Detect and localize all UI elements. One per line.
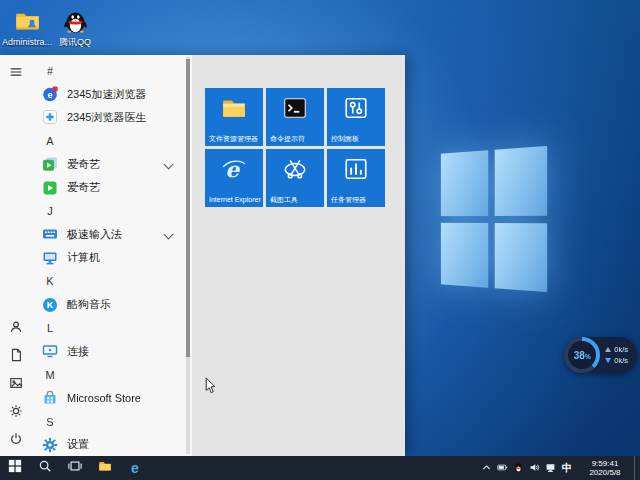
app-list-item-kugou-music[interactable]: K 酷狗音乐 bbox=[32, 293, 184, 316]
app-list-scrollbar[interactable] bbox=[186, 57, 190, 454]
network-speed-widget[interactable]: 38 % 0k/s 0k/s bbox=[564, 337, 637, 373]
app-list-item-2345-doctor[interactable]: 2345浏览器医生 bbox=[32, 106, 184, 129]
app-list-item-microsoft-store[interactable]: Microsoft Store bbox=[32, 386, 184, 409]
network-icon bbox=[545, 459, 556, 477]
start-menu-app-list: # e 2345加速浏览器 2345浏览器医生 A bbox=[32, 59, 184, 457]
battery-icon bbox=[497, 459, 508, 477]
kugou-music-icon: K bbox=[42, 297, 58, 313]
folder-icon bbox=[98, 459, 112, 477]
file-explorer-icon bbox=[221, 95, 247, 121]
2345-browser-icon: e bbox=[42, 86, 58, 102]
pictures-button[interactable] bbox=[0, 372, 32, 398]
desktop-icon-tencent-qq[interactable]: 腾讯QQ bbox=[51, 8, 99, 47]
tile-control-panel[interactable]: 控制面板 bbox=[327, 88, 385, 146]
start-menu-app-panel: # e 2345加速浏览器 2345浏览器医生 A bbox=[0, 55, 192, 456]
taskbar-file-explorer-button[interactable] bbox=[90, 456, 120, 480]
taskbar-edge-button[interactable]: e bbox=[120, 456, 150, 480]
app-list-item-2345-browser[interactable]: e 2345加速浏览器 bbox=[32, 82, 184, 105]
app-list-group-jisu-ime[interactable]: 极速输入法 bbox=[32, 223, 184, 246]
app-list-item-iqiyi[interactable]: 爱奇艺 bbox=[32, 176, 184, 199]
app-list-section-s[interactable]: S bbox=[32, 410, 184, 433]
app-list-section-j[interactable]: J bbox=[32, 199, 184, 222]
windows-logo-pane bbox=[441, 222, 488, 287]
chevron-up-icon bbox=[481, 459, 492, 477]
document-icon bbox=[9, 348, 23, 366]
keyboard-icon bbox=[42, 226, 58, 242]
app-list-section-a[interactable]: A bbox=[32, 129, 184, 152]
memory-usage-ring: 38 % bbox=[564, 337, 600, 373]
app-list-group-iqiyi[interactable]: 爱奇艺 bbox=[32, 153, 184, 176]
tray-battery-button[interactable] bbox=[494, 456, 510, 480]
edge-icon: e bbox=[131, 461, 139, 475]
tile-internet-explorer[interactable]: e Internet Explorer bbox=[205, 149, 263, 207]
task-manager-icon bbox=[343, 156, 369, 182]
task-view-button[interactable] bbox=[60, 456, 90, 480]
windows-logo-pane bbox=[494, 146, 547, 216]
input-method-indicator[interactable]: 中 bbox=[558, 461, 576, 475]
snipping-tool-icon bbox=[282, 156, 308, 182]
show-desktop-button[interactable] bbox=[634, 456, 640, 480]
gear-icon bbox=[9, 404, 23, 422]
start-button[interactable] bbox=[0, 456, 30, 480]
user-icon bbox=[9, 320, 23, 338]
power-button[interactable] bbox=[0, 428, 32, 454]
app-list-section-k[interactable]: K bbox=[32, 270, 184, 293]
power-icon bbox=[9, 432, 23, 450]
control-panel-icon bbox=[343, 95, 369, 121]
2345-doctor-icon bbox=[42, 109, 58, 125]
svg-text:e: e bbox=[47, 90, 52, 100]
settings-gear-icon bbox=[42, 437, 58, 453]
app-list-item-computer[interactable]: 计算机 bbox=[32, 246, 184, 269]
user-account-button[interactable] bbox=[0, 316, 32, 342]
chevron-down-icon bbox=[164, 229, 174, 239]
network-rates: 0k/s 0k/s bbox=[605, 346, 628, 365]
documents-button[interactable] bbox=[0, 344, 32, 370]
start-menu: # e 2345加速浏览器 2345浏览器医生 A bbox=[0, 55, 405, 456]
start-menu-rail bbox=[0, 55, 32, 456]
windows-logo-pane bbox=[494, 223, 547, 293]
tray-network-button[interactable] bbox=[542, 456, 558, 480]
volume-icon bbox=[529, 459, 540, 477]
picture-icon bbox=[9, 376, 23, 394]
memory-usage-value: 38 % bbox=[568, 341, 596, 369]
computer-icon bbox=[42, 250, 58, 266]
scrollbar-thumb[interactable] bbox=[186, 59, 190, 357]
tile-task-manager[interactable]: 任务管理器 bbox=[327, 149, 385, 207]
hamburger-icon bbox=[9, 65, 23, 83]
desktop-icon-label: Administra... bbox=[2, 37, 52, 47]
app-list-section-l[interactable]: L bbox=[32, 316, 184, 339]
user-folder-icon bbox=[14, 8, 41, 35]
qq-penguin-icon bbox=[62, 8, 89, 35]
taskbar-search-button[interactable] bbox=[30, 456, 60, 480]
taskbar-clock[interactable]: 9:59:41 2020/5/8 bbox=[579, 459, 631, 477]
arrow-down-icon bbox=[605, 358, 611, 363]
tile-file-explorer[interactable]: 文件资源管理器 bbox=[205, 88, 263, 146]
taskbar: e 中 9:59:41 2020/5/8 bbox=[0, 456, 640, 480]
microsoft-store-icon bbox=[42, 390, 58, 406]
download-rate: 0k/s bbox=[605, 357, 628, 365]
tray-qq-button[interactable] bbox=[510, 456, 526, 480]
tile-command-prompt[interactable]: 命令提示符 bbox=[266, 88, 324, 146]
tray-chevron-up-button[interactable] bbox=[478, 456, 494, 480]
app-list-item-settings[interactable]: 设置 bbox=[32, 433, 184, 456]
svg-text:e: e bbox=[225, 157, 240, 182]
clock-time: 9:59:41 bbox=[579, 459, 631, 468]
start-menu-tiles-panel: 文件资源管理器 命令提示符 控制面板 e bbox=[192, 55, 405, 456]
app-list-item-connect[interactable]: 连接 bbox=[32, 340, 184, 363]
windows-logo-icon bbox=[8, 459, 22, 477]
tray-volume-button[interactable] bbox=[526, 456, 542, 480]
iqiyi-icon bbox=[42, 180, 58, 196]
app-list-section-m[interactable]: M bbox=[32, 363, 184, 386]
expand-menu-button[interactable] bbox=[0, 61, 32, 87]
chevron-down-icon bbox=[164, 159, 174, 169]
internet-explorer-icon: e bbox=[221, 156, 247, 182]
windows-logo bbox=[441, 146, 547, 292]
upload-rate: 0k/s bbox=[605, 346, 628, 354]
desktop-icon-administrator[interactable]: Administra... bbox=[3, 8, 51, 47]
connect-icon bbox=[42, 343, 58, 359]
tile-snipping-tool[interactable]: 截图工具 bbox=[266, 149, 324, 207]
settings-rail-button[interactable] bbox=[0, 400, 32, 426]
svg-text:K: K bbox=[47, 300, 54, 310]
app-list-section-hash[interactable]: # bbox=[32, 59, 184, 82]
clock-date: 2020/5/8 bbox=[579, 468, 631, 477]
